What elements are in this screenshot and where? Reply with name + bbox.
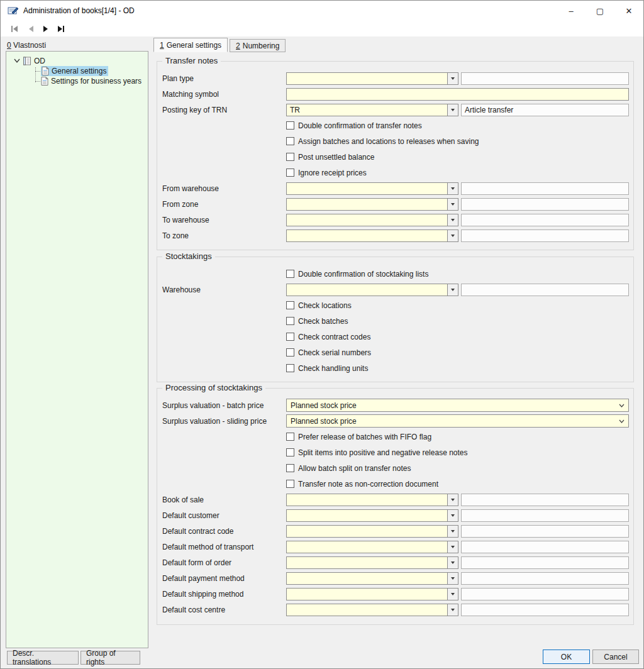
previous-record-icon[interactable] [25,23,37,35]
group-of-rights-button[interactable]: Group of rights [80,651,140,665]
record-nav-toolbar [1,21,643,36]
default-customer-combobox[interactable] [286,509,458,522]
combo-value [287,604,447,616]
to-zone-combobox[interactable] [286,229,458,242]
from-warehouse-combobox[interactable] [286,182,458,195]
double-confirmation-stocktaking-checkbox[interactable] [286,270,294,278]
tree-item-settings-business-years[interactable]: Settings for business years [6,76,148,86]
row-default-cost-centre: Default cost centre [157,602,633,617]
field-label: Default customer [162,511,286,520]
dropdown-arrow-icon[interactable] [447,541,458,553]
combo-value [287,73,447,84]
matching-symbol-input[interactable] [286,88,629,101]
default-shipping-method-combobox[interactable] [286,588,458,600]
descr-translations-button[interactable]: Descr. translations [7,651,79,665]
document-icon [42,67,49,75]
row-surplus-sliding-price: Surplus valuation - sliding price Planne… [157,413,633,429]
tab-general-settings[interactable]: 1General settings [153,38,228,52]
from-zone-combobox[interactable] [286,198,458,211]
checkbox-label: Check handling units [298,364,368,373]
row-book-of-sale: Book of sale [157,492,633,507]
select-value: Planned stock price [287,417,614,426]
next-record-icon[interactable] [40,23,52,35]
tree-root-od[interactable]: OD [6,55,148,66]
row-matching-symbol: Matching symbol [157,86,633,102]
default-payment-method-description-field [461,572,629,585]
checkbox-label: Assign batches and locations to releases… [298,137,479,146]
row-default-payment-method: Default payment method [157,570,633,586]
dropdown-arrow-icon[interactable] [447,494,458,506]
dropdown-arrow-icon[interactable] [447,557,458,568]
ok-button[interactable]: OK [543,650,590,664]
check-batches-checkbox[interactable] [286,317,294,325]
double-confirmation-trn-checkbox[interactable] [286,121,294,130]
plan-type-combobox[interactable] [286,72,458,85]
tree-item-general-settings[interactable]: General settings [6,66,148,76]
plan-type-description-field [461,72,629,85]
dropdown-arrow-icon[interactable] [447,230,458,241]
dropdown-arrow-icon[interactable] [447,214,458,226]
dropdown-arrow-icon[interactable] [447,573,458,584]
book-of-sale-combobox[interactable] [286,494,458,506]
dropdown-arrow-icon[interactable] [447,183,458,194]
checkbox-label: Double confirmation of stocktaking lists [298,270,428,279]
surplus-batch-price-select[interactable]: Planned stock price [286,399,629,412]
close-button[interactable]: ✕ [614,1,643,21]
first-record-icon[interactable] [8,23,21,35]
dropdown-arrow-icon[interactable] [447,604,458,616]
ignore-receipt-prices-checkbox[interactable] [286,169,294,177]
dropdown-arrow-icon[interactable] [447,73,458,84]
allow-batch-split-checkbox[interactable] [286,464,294,472]
maximize-button[interactable]: ▢ [586,1,614,21]
dropdown-arrow-icon[interactable] [447,104,458,116]
to-warehouse-combobox[interactable] [286,214,458,226]
dropdown-arrow-icon[interactable] [447,526,458,537]
prefer-fifo-checkbox[interactable] [286,433,294,441]
combo-value [287,183,447,194]
dropdown-arrow-icon[interactable] [447,284,458,296]
dropdown-arrow-icon[interactable] [447,510,458,521]
row-default-form-of-order: Default form of order [157,555,633,570]
expand-chevron-icon[interactable] [14,58,20,64]
default-payment-method-combobox[interactable] [286,572,458,585]
field-label: Default form of order [162,558,286,567]
chevron-down-icon[interactable] [614,404,628,407]
row-split-items: Split items into positive and negative r… [157,445,633,460]
app-icon [8,6,19,16]
row-check-handling-units: Check handling units [157,360,633,376]
check-handling-units-checkbox[interactable] [286,364,294,372]
row-assign-batches: Assign batches and locations to releases… [157,133,633,149]
default-cost-centre-combobox[interactable] [286,604,458,616]
default-method-of-transport-description-field [461,541,629,553]
assign-batches-checkbox[interactable] [286,137,294,145]
tab-numbering[interactable]: 2Numbering [230,39,286,52]
warehouse-combobox[interactable] [286,284,458,296]
row-prefer-fifo: Prefer release of batches with FIFO flag [157,429,633,445]
check-contract-codes-checkbox[interactable] [286,333,294,341]
posting-key-trn-combobox[interactable]: TR [286,104,458,116]
check-locations-checkbox[interactable] [286,301,294,309]
row-posting-key-trn: Posting key of TRN TR Article transfer [157,102,633,118]
last-record-icon[interactable] [55,23,67,35]
checkbox-label: Transfer note as non-correction document [298,480,438,489]
cancel-button[interactable]: Cancel [592,650,639,664]
split-items-checkbox[interactable] [286,448,294,456]
checkbox-label: Check serial numbers [298,348,371,357]
default-contract-code-combobox[interactable] [286,525,458,538]
minimize-button[interactable]: – [557,1,586,21]
post-unsettled-balance-checkbox[interactable] [286,153,294,161]
group-title: Stocktakings [162,252,215,261]
transfer-note-noncorrection-checkbox[interactable] [286,480,294,488]
chevron-down-icon[interactable] [614,419,628,423]
dropdown-arrow-icon[interactable] [447,199,458,210]
field-label: Default contract code [162,527,286,536]
properties-tree: OD General settings [6,51,148,648]
default-method-of-transport-combobox[interactable] [286,541,458,553]
check-serial-numbers-checkbox[interactable] [286,348,294,357]
row-double-confirmation-trn: Double confirmation of transfer notes [157,118,633,133]
default-form-of-order-combobox[interactable] [286,556,458,569]
surplus-sliding-price-select[interactable]: Planned stock price [286,414,629,428]
field-label: Default shipping method [162,590,286,599]
dropdown-arrow-icon[interactable] [447,589,458,600]
group-title: Transfer notes [162,56,221,65]
